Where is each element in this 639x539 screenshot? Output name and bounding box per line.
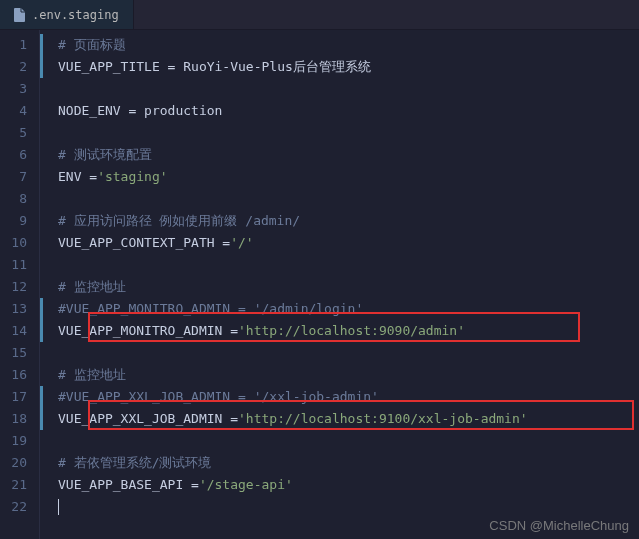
comment-text: #VUE_APP_XXL_JOB_ADMIN = '/xxl-job-admin…: [58, 386, 379, 408]
code-area[interactable]: # 页面标题VUE_APP_TITLE = RuoYi-Vue-Plus后台管理…: [40, 30, 639, 539]
code-line[interactable]: # 监控地址: [40, 364, 639, 386]
line-number: 12: [8, 276, 27, 298]
assign-key: VUE_APP_XXL_JOB_ADMIN =: [58, 408, 238, 430]
line-number: 5: [8, 122, 27, 144]
code-text: NODE_ENV = production: [58, 100, 222, 122]
line-number: 17: [8, 386, 27, 408]
assign-key: ENV =: [58, 166, 97, 188]
code-line[interactable]: #VUE_APP_XXL_JOB_ADMIN = '/xxl-job-admin…: [40, 386, 639, 408]
code-line[interactable]: # 应用访问路径 例如使用前缀 /admin/: [40, 210, 639, 232]
code-text: VUE_APP_TITLE = RuoYi-Vue-Plus后台管理系统: [58, 56, 371, 78]
line-number: 15: [8, 342, 27, 364]
code-line[interactable]: VUE_APP_TITLE = RuoYi-Vue-Plus后台管理系统: [40, 56, 639, 78]
tab-bar: .env.staging: [0, 0, 639, 30]
line-number: 22: [8, 496, 27, 518]
code-line[interactable]: # 页面标题: [40, 34, 639, 56]
line-number: 13: [8, 298, 27, 320]
code-line[interactable]: NODE_ENV = production: [40, 100, 639, 122]
assign-key: VUE_APP_MONITRO_ADMIN =: [58, 320, 238, 342]
code-line[interactable]: VUE_APP_MONITRO_ADMIN = 'http://localhos…: [40, 320, 639, 342]
line-number: 3: [8, 78, 27, 100]
line-number: 19: [8, 430, 27, 452]
text-cursor: [58, 499, 59, 515]
line-number: 11: [8, 254, 27, 276]
comment-text: # 若依管理系统/测试环境: [58, 452, 211, 474]
comment-text: # 页面标题: [58, 34, 126, 56]
assign-key: VUE_APP_BASE_API =: [58, 474, 199, 496]
comment-text: # 测试环境配置: [58, 144, 152, 166]
comment-text: # 监控地址: [58, 364, 126, 386]
code-line[interactable]: # 测试环境配置: [40, 144, 639, 166]
line-number: 20: [8, 452, 27, 474]
line-number-gutter: 12345678910111213141516171819202122: [0, 30, 40, 539]
line-number: 7: [8, 166, 27, 188]
code-line[interactable]: [40, 122, 639, 144]
tab-filename: .env.staging: [32, 8, 119, 22]
code-line[interactable]: [40, 430, 639, 452]
code-line[interactable]: # 监控地址: [40, 276, 639, 298]
code-line[interactable]: VUE_APP_XXL_JOB_ADMIN = 'http://localhos…: [40, 408, 639, 430]
line-number: 16: [8, 364, 27, 386]
code-line[interactable]: [40, 188, 639, 210]
file-tab[interactable]: .env.staging: [0, 0, 134, 29]
assign-value: 'http://localhost:9090/admin': [238, 320, 465, 342]
line-number: 18: [8, 408, 27, 430]
line-number: 8: [8, 188, 27, 210]
assign-key: VUE_APP_CONTEXT_PATH =: [58, 232, 230, 254]
line-number: 1: [8, 34, 27, 56]
comment-text: #VUE_APP_MONITRO_ADMIN = '/admin/login': [58, 298, 363, 320]
code-line[interactable]: # 若依管理系统/测试环境: [40, 452, 639, 474]
file-icon: [14, 8, 26, 22]
assign-value: '/': [230, 232, 253, 254]
comment-text: # 监控地址: [58, 276, 126, 298]
code-line[interactable]: ENV = 'staging': [40, 166, 639, 188]
line-number: 10: [8, 232, 27, 254]
line-number: 21: [8, 474, 27, 496]
line-number: 14: [8, 320, 27, 342]
watermark: CSDN @MichelleChung: [489, 518, 629, 533]
assign-value: '/stage-api': [199, 474, 293, 496]
code-editor[interactable]: 12345678910111213141516171819202122 # 页面…: [0, 30, 639, 539]
comment-text: # 应用访问路径 例如使用前缀 /admin/: [58, 210, 300, 232]
line-number: 2: [8, 56, 27, 78]
code-line[interactable]: VUE_APP_BASE_API = '/stage-api': [40, 474, 639, 496]
line-number: 9: [8, 210, 27, 232]
code-line[interactable]: [40, 254, 639, 276]
code-line[interactable]: [40, 78, 639, 100]
code-line[interactable]: [40, 496, 639, 518]
code-line[interactable]: VUE_APP_CONTEXT_PATH = '/': [40, 232, 639, 254]
code-line[interactable]: [40, 342, 639, 364]
assign-value: 'http://localhost:9100/xxl-job-admin': [238, 408, 528, 430]
assign-value: 'staging': [97, 166, 167, 188]
code-line[interactable]: #VUE_APP_MONITRO_ADMIN = '/admin/login': [40, 298, 639, 320]
line-number: 6: [8, 144, 27, 166]
line-number: 4: [8, 100, 27, 122]
